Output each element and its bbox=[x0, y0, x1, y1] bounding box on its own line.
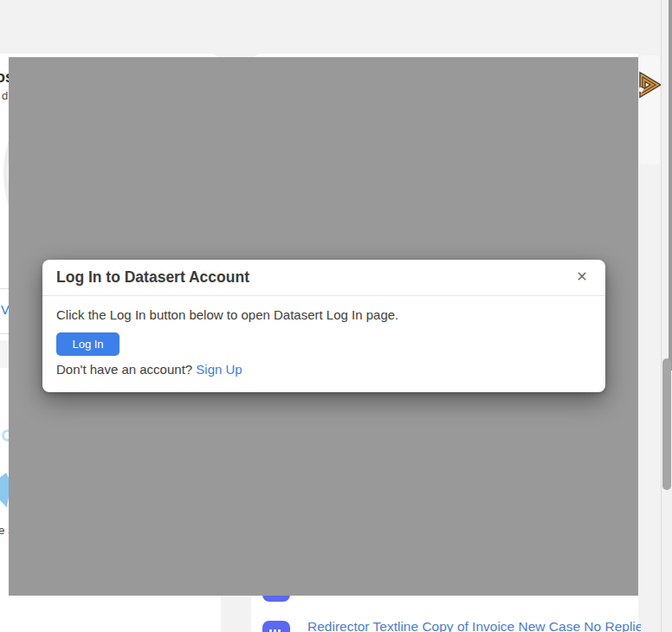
list-item-link[interactable]: Redirector Textline Copy of Invoice New … bbox=[307, 619, 641, 632]
modal-title: Log In to Datasert Account bbox=[56, 268, 249, 287]
app-window: os d View e a Redirector Textline Copy o… bbox=[0, 0, 672, 632]
list-item-icon[interactable] bbox=[262, 621, 290, 632]
sign-up-link[interactable]: Sign Up bbox=[196, 362, 242, 377]
modal-body: Click the Log In button below to open Da… bbox=[42, 296, 605, 392]
signup-prompt-text: Don't have an account? bbox=[56, 362, 192, 377]
window-scrollbar-strip[interactable] bbox=[669, 0, 672, 371]
modal-instruction-text: Click the Log In button below to open Da… bbox=[56, 307, 591, 322]
clipped-subtext: d bbox=[2, 89, 8, 102]
login-modal: Log In to Datasert Account ✕ Click the L… bbox=[42, 260, 605, 392]
scrollbar-thumb[interactable] bbox=[662, 358, 671, 490]
modal-header: Log In to Datasert Account ✕ bbox=[42, 260, 605, 296]
datasert-logo-icon bbox=[636, 70, 661, 100]
log-in-button[interactable]: Log In bbox=[56, 332, 120, 356]
close-icon[interactable]: ✕ bbox=[571, 266, 593, 288]
signup-prompt-line: Don't have an account? Sign Up bbox=[56, 362, 591, 377]
